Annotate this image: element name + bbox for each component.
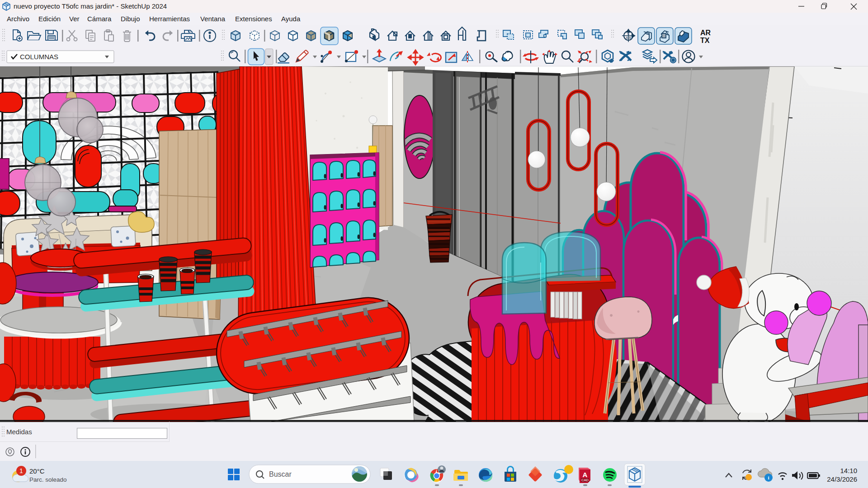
svg-text:A: A — [583, 471, 588, 479]
svg-text:CAD: CAD — [581, 478, 589, 482]
svg-text:AR: AR — [700, 29, 711, 37]
svg-text:A-B: A-B — [626, 36, 631, 39]
svg-text:TX: TX — [700, 37, 710, 44]
svg-text:20°C: 20°C — [29, 467, 45, 475]
svg-text:14:10: 14:10 — [840, 467, 857, 474]
svg-text:Parc. soleado: Parc. soleado — [29, 476, 67, 483]
svg-text:COLUMNAS: COLUMNAS — [20, 53, 58, 61]
svg-text:1: 1 — [19, 467, 23, 474]
svg-text:Buscar: Buscar — [269, 470, 292, 478]
svg-text:C: C — [627, 32, 629, 35]
svg-text:i: i — [768, 475, 769, 480]
svg-text:24/3/2026: 24/3/2026 — [827, 475, 857, 483]
